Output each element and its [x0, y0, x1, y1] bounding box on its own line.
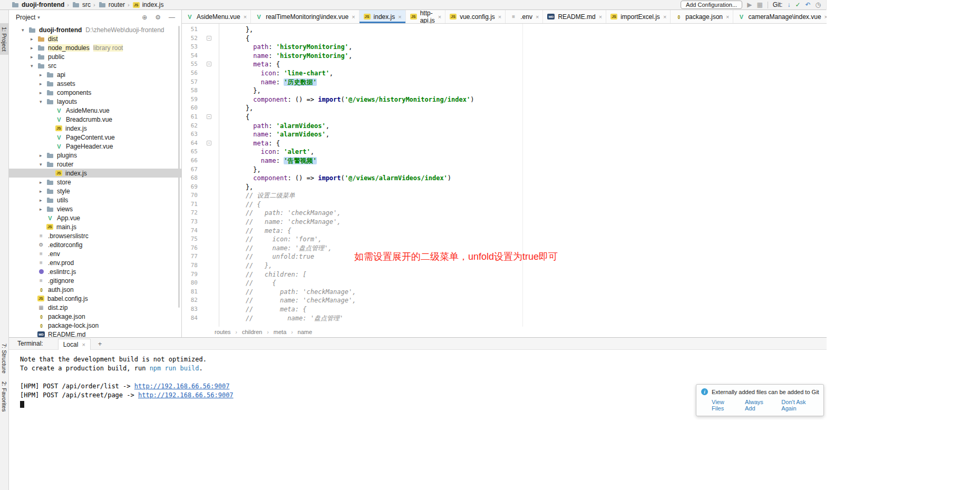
close-icon[interactable]: × — [244, 14, 247, 20]
tab-cameramanage-index.vue[interactable]: VcameraManage\index.vue× — [733, 10, 827, 23]
code-editor[interactable]: 51 },52- {53 path: 'historyMonitoring',5… — [182, 24, 827, 327]
tree-item-index.js[interactable]: JSindex.js — [9, 124, 181, 133]
close-icon[interactable]: × — [599, 14, 602, 20]
chevron-right-icon[interactable]: ▸ — [40, 81, 46, 86]
tool-stripe-favorites[interactable]: 2: Favorites — [0, 378, 8, 415]
tree-item-public[interactable]: ▸public — [9, 52, 181, 61]
tree-item-pageheader.vue[interactable]: VPageHeader.vue — [9, 142, 181, 151]
tree-item-dist.zip[interactable]: ▦dist.zip — [9, 303, 181, 312]
chevron-down-icon[interactable]: ▾ — [31, 63, 37, 68]
chevron-right-icon[interactable]: ▸ — [40, 153, 46, 158]
terminal-link[interactable]: http://192.168.66.56:9007 — [138, 391, 234, 399]
tree-item-pagecontent.vue[interactable]: VPageContent.vue — [9, 133, 181, 142]
chevron-right-icon[interactable]: ▸ — [40, 198, 46, 203]
close-icon[interactable]: × — [398, 14, 401, 20]
tree-item-auth.json[interactable]: {}auth.json — [9, 285, 181, 294]
tree-item-asidemenu.vue[interactable]: VAsideMenu.vue — [9, 106, 181, 115]
tree-item-store[interactable]: ▸store — [9, 178, 181, 187]
tab-readme.md[interactable]: MDREADME.md× — [543, 10, 606, 23]
close-icon[interactable]: × — [726, 14, 729, 20]
notification-action-don-t-ask-again[interactable]: Don't Ask Again — [781, 399, 819, 411]
tree-item-router[interactable]: ▾router — [9, 160, 181, 169]
tree-item-duoji-frontend[interactable]: ▾duoji-frontendD:\zheheWeb\duoji-fronten… — [9, 25, 181, 34]
close-icon[interactable]: × — [438, 14, 441, 20]
fold-icon[interactable]: - — [207, 141, 211, 145]
run-icon[interactable]: ▶ — [747, 2, 752, 8]
close-icon[interactable]: × — [352, 14, 355, 20]
tree-item-plugins[interactable]: ▸plugins — [9, 151, 181, 160]
close-icon[interactable]: × — [536, 14, 539, 20]
tree-item-.env[interactable]: ≡.env — [9, 249, 181, 258]
tab-asidemenu.vue[interactable]: VAsideMenu.vue× — [182, 10, 251, 23]
tree-item-app.vue[interactable]: VApp.vue — [9, 213, 181, 222]
tab-package.json[interactable]: {}package.json× — [671, 10, 733, 23]
tree-item-node-modules[interactable]: ▸node_moduleslibrary root — [9, 43, 181, 52]
git-history-icon[interactable]: ◷ — [816, 2, 821, 8]
chevron-down-icon[interactable]: ▾ — [22, 27, 28, 33]
terminal-tab-local[interactable]: Local × — [58, 339, 91, 350]
locate-file-icon[interactable]: ⊕ — [142, 14, 147, 21]
close-icon[interactable]: × — [498, 14, 501, 20]
terminal-link[interactable]: http://192.168.66.56:9007 — [134, 383, 230, 390]
tree-item-views[interactable]: ▸views — [9, 204, 181, 213]
tab-http-api.js[interactable]: JShttp-api.js× — [406, 10, 445, 23]
fold-icon[interactable]: - — [207, 114, 211, 119]
gear-icon[interactable]: ⚙ — [155, 14, 161, 21]
tree-item-.gitignore[interactable]: ≡.gitignore — [9, 276, 181, 285]
tree-item-api[interactable]: ▸api — [9, 70, 181, 79]
profiler-icon[interactable]: ▦ — [756, 2, 762, 8]
chevron-right-icon[interactable]: ▸ — [31, 36, 37, 42]
tree-item-assets[interactable]: ▸assets — [9, 79, 181, 88]
chevron-right-icon[interactable]: ▸ — [40, 72, 46, 77]
chevron-right-icon[interactable]: ▸ — [40, 180, 46, 185]
tree-item-package-lock.json[interactable]: {}package-lock.json — [9, 321, 181, 330]
chevron-right-icon[interactable]: ▸ — [31, 54, 37, 60]
code-breadcrumb-meta[interactable]: meta — [274, 329, 286, 335]
tree-item-src[interactable]: ▾src — [9, 61, 181, 70]
chevron-right-icon[interactable]: ▸ — [31, 45, 37, 51]
add-configuration-button[interactable]: Add Configuration... — [681, 1, 742, 9]
tree-item-style[interactable]: ▸style — [9, 187, 181, 195]
notification-action-always-add[interactable]: Always Add — [745, 399, 772, 411]
breadcrumb-item-duoji-frontend[interactable]: duoji-frontend — [11, 1, 64, 8]
notification-action-view-files[interactable]: View Files — [712, 399, 736, 411]
git-rollback-icon[interactable]: ↶ — [805, 2, 810, 8]
project-tree-scrollbar[interactable] — [178, 26, 180, 308]
chevron-down-icon[interactable]: ▾ — [40, 99, 46, 104]
tree-item-index.js[interactable]: JSindex.js — [9, 169, 181, 178]
tree-item-utils[interactable]: ▸utils — [9, 195, 181, 204]
tab-vue.config.js[interactable]: JSvue.config.js× — [445, 10, 506, 23]
close-icon[interactable]: × — [663, 14, 666, 20]
chevron-right-icon[interactable]: ▸ — [40, 189, 46, 194]
tab-realtimemonitoring-index.vue[interactable]: VrealTimeMonitoring\index.vue× — [251, 10, 359, 23]
chevron-right-icon[interactable]: ▸ — [40, 90, 46, 95]
git-update-icon[interactable]: ↓ — [787, 2, 790, 8]
tab-importexcel.js[interactable]: JSimportExcel.js× — [606, 10, 671, 23]
breadcrumb-item-src[interactable]: src — [72, 1, 91, 8]
tree-item-.env.prod[interactable]: ≡.env.prod — [9, 258, 181, 267]
project-view-selector[interactable]: Project ▾ — [16, 14, 40, 21]
hide-panel-icon[interactable]: — — [169, 14, 175, 21]
code-breadcrumb-routes[interactable]: routes — [215, 329, 231, 335]
code-breadcrumb-name[interactable]: name — [298, 329, 313, 335]
git-commit-icon[interactable]: ✓ — [795, 2, 800, 8]
tree-item-.editorconfig[interactable]: ⚙.editorconfig — [9, 240, 181, 249]
tree-item-breadcrumb.vue[interactable]: VBreadcrumb.vue — [9, 115, 181, 124]
tree-item-.browserslistrc[interactable]: ≡.browserslistrc — [9, 231, 181, 240]
tab-index.js[interactable]: JSindex.js× — [360, 10, 406, 23]
breadcrumb-item-index.js[interactable]: JSindex.js — [132, 1, 164, 8]
new-terminal-icon[interactable]: + — [98, 340, 102, 348]
fold-icon[interactable]: - — [207, 36, 211, 41]
tool-stripe-structure[interactable]: 7: Structure — [0, 340, 8, 377]
fold-icon[interactable]: - — [207, 62, 211, 66]
tree-item-layouts[interactable]: ▾layouts — [9, 97, 181, 106]
code-breadcrumb-children[interactable]: children — [242, 329, 263, 335]
tree-item-components[interactable]: ▸components — [9, 88, 181, 97]
close-icon[interactable]: × — [824, 14, 827, 20]
breadcrumb-item-router[interactable]: router — [98, 1, 125, 8]
tree-item-readme.md[interactable]: MDREADME.md — [9, 330, 181, 337]
tool-stripe-project[interactable]: 1: Project — [0, 23, 8, 55]
chevron-down-icon[interactable]: ▾ — [40, 162, 46, 167]
tree-item-main.js[interactable]: JSmain.js — [9, 222, 181, 231]
tab-.env[interactable]: ≡.env× — [506, 10, 543, 23]
